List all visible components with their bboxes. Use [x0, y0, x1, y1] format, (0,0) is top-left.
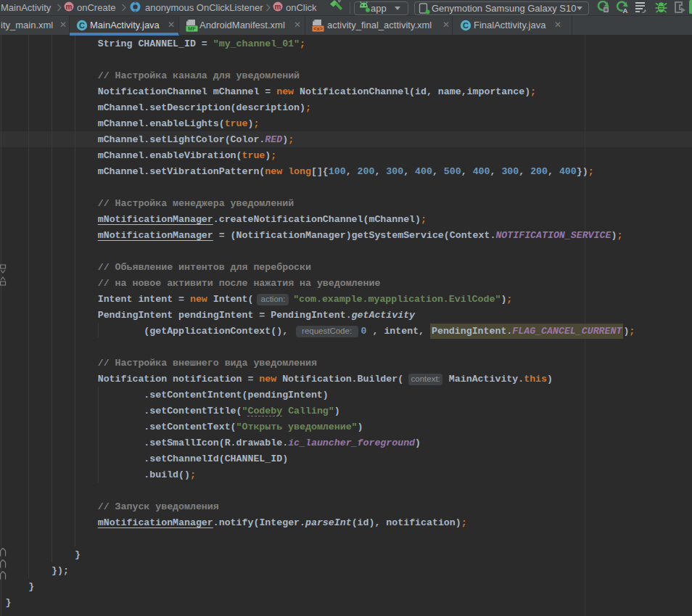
svg-text:m: m — [275, 3, 281, 11]
svg-text:A: A — [623, 7, 628, 15]
svg-text:C: C — [79, 21, 85, 30]
svg-text:<x>: <x> — [313, 25, 324, 32]
svg-text:C: C — [463, 21, 469, 30]
svg-text:m: m — [66, 3, 73, 11]
svg-text:MF: MF — [188, 25, 196, 32]
